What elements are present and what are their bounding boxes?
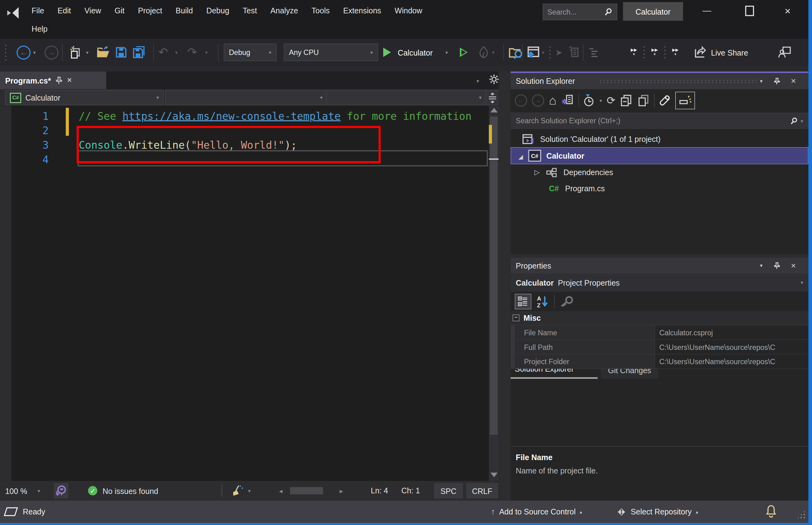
properties-title-bar[interactable]: Properties ▾ × bbox=[511, 257, 809, 273]
panel-splitter[interactable] bbox=[499, 71, 511, 500]
menu-project[interactable]: Project bbox=[131, 2, 169, 19]
scrollbar-up-arrow[interactable] bbox=[490, 108, 498, 112]
collapsed-chevron-icon[interactable]: ▷ bbox=[534, 168, 540, 176]
live-share-button[interactable]: Live Share bbox=[694, 46, 748, 59]
start-window-icon[interactable] bbox=[526, 46, 540, 59]
search-input[interactable]: Search... bbox=[543, 4, 617, 20]
menu-git[interactable]: Git bbox=[108, 2, 131, 19]
preview-selected-items-icon[interactable] bbox=[637, 94, 650, 107]
navigate-back-button[interactable]: ← bbox=[16, 46, 30, 59]
tree-row-program-cs[interactable]: C# Program.cs bbox=[511, 180, 809, 196]
close-icon[interactable]: × bbox=[786, 73, 801, 89]
tree-row-dependencies[interactable]: ▷ Dependencies bbox=[511, 164, 809, 180]
menu-edit[interactable]: Edit bbox=[51, 2, 78, 19]
close-tab-icon[interactable]: × bbox=[67, 76, 72, 85]
zoom-control[interactable]: 100 % ▾ bbox=[5, 481, 40, 500]
breakpoint-margin[interactable] bbox=[0, 106, 12, 481]
spaces-indicator[interactable]: SPC bbox=[434, 483, 463, 499]
window-position-dropdown[interactable]: ▾ bbox=[754, 73, 768, 89]
home-icon[interactable]: ⌂ bbox=[549, 95, 556, 106]
save-all-button[interactable] bbox=[132, 46, 146, 59]
line-indicator[interactable]: Ln: 4 bbox=[371, 486, 388, 495]
health-lightbulb-wrench-icon[interactable] bbox=[54, 483, 68, 499]
menu-analyze[interactable]: Analyze bbox=[264, 2, 305, 19]
solution-explorer-search-input[interactable]: Search Solution Explorer (Ctrl+;) ▾ bbox=[511, 112, 809, 129]
category-misc[interactable]: − Misc bbox=[511, 311, 809, 325]
property-row-project-folder[interactable]: Project Folder C:\Users\UserName\source\… bbox=[511, 355, 809, 369]
close-button[interactable]: × bbox=[776, 0, 800, 22]
properties-object-dropdown[interactable]: Calculator Project Properties ▾ bbox=[511, 273, 809, 291]
editor-options-gear-icon[interactable] bbox=[489, 74, 499, 85]
notifications-bell-icon[interactable] bbox=[765, 505, 777, 518]
menu-tools[interactable]: Tools bbox=[305, 2, 336, 19]
horizontal-scrollbar-thumb[interactable] bbox=[290, 487, 323, 494]
tree-row-solution[interactable]: Solution 'Calculator' (1 of 1 project) bbox=[511, 131, 809, 147]
tree-row-project-calculator[interactable]: C# Calculator bbox=[511, 147, 809, 164]
tab-program-cs[interactable]: Program.cs* × bbox=[0, 71, 106, 89]
minimize-button[interactable]: — bbox=[695, 0, 719, 22]
hscroll-left-arrow[interactable]: ◂ bbox=[279, 487, 283, 495]
project-dropdown[interactable]: C# Calculator ▾ bbox=[5, 90, 164, 105]
pending-changes-filter-icon[interactable] bbox=[583, 94, 595, 107]
undo-dropdown[interactable]: ▾ bbox=[175, 46, 177, 59]
step-commands-icon[interactable]: ▶▶▾ bbox=[652, 46, 658, 59]
close-icon[interactable]: × bbox=[786, 257, 801, 273]
feedback-icon[interactable] bbox=[778, 46, 791, 59]
add-to-source-control-button[interactable]: ↑ Add to Source Control ▴ bbox=[491, 500, 582, 523]
redo-button[interactable]: ↷ bbox=[187, 46, 197, 59]
hot-reload-icon[interactable] bbox=[479, 46, 489, 59]
categorized-view-button[interactable] bbox=[515, 294, 531, 309]
navigate-forward-button[interactable]: → bbox=[45, 46, 59, 59]
member-dropdown[interactable]: ▾ bbox=[326, 90, 486, 105]
menu-window[interactable]: Window bbox=[388, 2, 429, 19]
code-cleanup-button[interactable]: ▾ bbox=[232, 481, 251, 500]
hscroll-right-arrow[interactable]: ▸ bbox=[340, 487, 343, 495]
start-debugging-dropdown[interactable]: ▾ bbox=[445, 46, 448, 59]
menu-view[interactable]: View bbox=[78, 2, 108, 19]
scrollbar-thumb[interactable] bbox=[490, 117, 498, 435]
menu-test[interactable]: Test bbox=[236, 2, 264, 19]
resize-grip[interactable] bbox=[796, 510, 806, 519]
alphabetical-sort-button[interactable]: A Z bbox=[536, 295, 549, 308]
show-all-files-toggle[interactable] bbox=[675, 92, 695, 109]
menu-file[interactable]: File bbox=[25, 2, 51, 19]
breakpoint-commands-icon[interactable]: ▶▶▾ bbox=[672, 46, 678, 59]
pin-icon[interactable] bbox=[769, 257, 784, 273]
vertical-scrollbar[interactable] bbox=[489, 106, 499, 481]
hot-reload-dropdown[interactable]: ▾ bbox=[492, 46, 495, 59]
open-file-button[interactable] bbox=[96, 46, 111, 59]
document-health-indicator[interactable]: ✓ No issues found bbox=[88, 481, 158, 500]
start-without-debugging-icon[interactable] bbox=[460, 46, 468, 59]
navigate-back-dropdown[interactable]: ▾ bbox=[33, 46, 36, 59]
start-debugging-button[interactable]: Calculator bbox=[398, 46, 433, 59]
save-button[interactable] bbox=[115, 46, 127, 59]
new-project-button[interactable] bbox=[68, 46, 82, 59]
refresh-icon[interactable]: ⟳ bbox=[607, 94, 615, 107]
collapse-category-icon[interactable]: − bbox=[513, 315, 519, 321]
maximize-button[interactable] bbox=[737, 0, 762, 22]
window-position-dropdown[interactable]: ▾ bbox=[754, 257, 768, 273]
window-layout-dropdown[interactable]: ▾ bbox=[542, 46, 544, 59]
select-repository-button[interactable]: Select Repository ▴ bbox=[616, 500, 698, 523]
pin-icon[interactable] bbox=[56, 76, 62, 84]
code-hyperlink[interactable]: https://aka.ms/new-console-template bbox=[122, 110, 340, 122]
sync-with-active-document-icon[interactable] bbox=[561, 94, 573, 107]
pin-icon[interactable] bbox=[769, 73, 784, 89]
solution-name-button[interactable]: Calculator bbox=[623, 2, 683, 21]
menu-build[interactable]: Build bbox=[169, 2, 200, 19]
menu-debug[interactable]: Debug bbox=[200, 2, 236, 19]
expanded-chevron-icon[interactable] bbox=[518, 150, 523, 159]
show-next-statement-icon[interactable]: ▶▶▾ bbox=[631, 46, 637, 59]
menu-extensions[interactable]: Extensions bbox=[336, 2, 388, 19]
solution-configuration-dropdown[interactable]: Debug▾ bbox=[224, 43, 277, 61]
redo-dropdown[interactable]: ▾ bbox=[205, 46, 207, 59]
undo-button[interactable]: ↶ bbox=[159, 46, 168, 59]
tab-list-dropdown[interactable]: ▾ bbox=[476, 76, 479, 85]
line-ending-indicator[interactable]: CRLF bbox=[466, 483, 498, 499]
horizontal-splitter[interactable] bbox=[511, 254, 809, 258]
properties-wrench-icon[interactable] bbox=[659, 95, 671, 106]
new-project-dropdown[interactable]: ▾ bbox=[86, 46, 89, 59]
property-row-full-path[interactable]: Full Path C:\Users\UserName\source\repos… bbox=[511, 340, 809, 355]
solution-explorer-title-bar[interactable]: Solution Explorer ▾ × bbox=[511, 73, 809, 89]
menu-help[interactable]: Help bbox=[25, 19, 54, 37]
